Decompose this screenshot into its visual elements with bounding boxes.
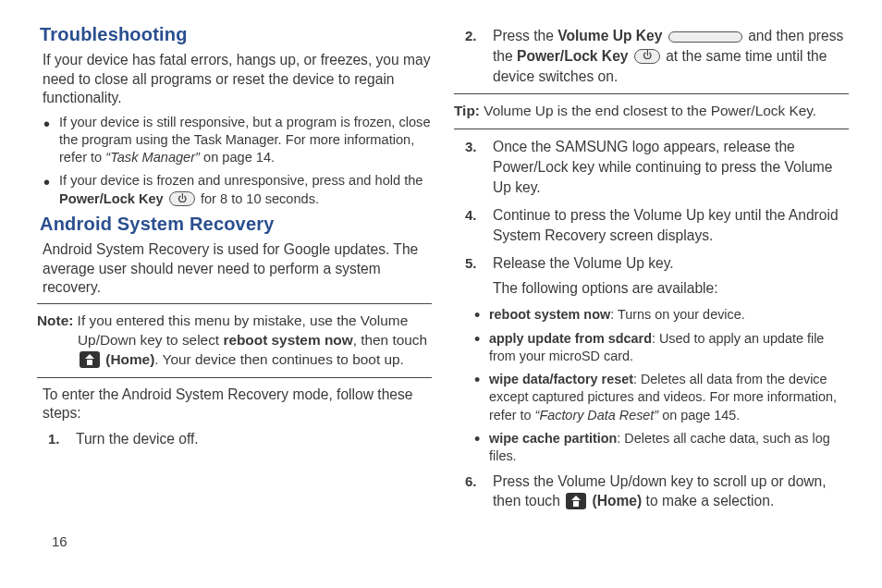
list-item: If your device is frozen and unresponsiv…: [43, 172, 432, 208]
text: Volume Up is the end closest to the Powe…: [480, 103, 816, 118]
step-item: 2. Press the Volume Up Key and then pres…: [459, 26, 849, 86]
option-wipe-data-label: wipe data/factory reset: [489, 372, 633, 386]
note-block: Note: If you entered this menu by mistak…: [37, 303, 432, 378]
option-reboot-label: reboot system now: [489, 307, 610, 322]
step-item: 5. Release the Volume Up key. The follow…: [459, 253, 849, 300]
list-item: apply update from sdcard: Used to apply …: [474, 330, 849, 366]
text: Press the: [493, 28, 557, 43]
power-lock-key-label: Power/Lock Key: [517, 48, 628, 64]
steps-list-right-b: 3. Once the SAMSUNG logo appears, releas…: [459, 137, 849, 299]
text: Release the Volume Up key.: [493, 255, 674, 271]
manual-page: Troubleshooting If your device has fatal…: [0, 0, 882, 555]
list-item: wipe cache partition: Deletes all cache …: [474, 430, 849, 466]
list-item: wipe data/factory reset: Deletes all dat…: [474, 371, 849, 424]
step-item: 4. Continue to press the Volume Up key u…: [459, 205, 849, 246]
step-number: 2.: [465, 26, 477, 45]
steps-list-right-c: 6. Press the Volume Up/down key to scrol…: [459, 472, 849, 512]
option-apply-update-label: apply update from sdcard: [489, 331, 652, 346]
left-column: Troubleshooting If your device has fatal…: [37, 24, 432, 545]
text: for 8 to 10 seconds.: [201, 191, 319, 206]
step-number: 1.: [48, 429, 60, 448]
tip-block: Tip: Volume Up is the end closest to the…: [454, 93, 849, 129]
text: If your device is frozen and unresponsiv…: [59, 173, 423, 188]
option-wipe-cache-label: wipe cache partition: [489, 431, 617, 446]
factory-reset-ref: “Factory Data Reset”: [535, 408, 659, 423]
task-manager-ref: “Task Manager”: [105, 150, 200, 165]
tip-label: Tip:: [454, 103, 480, 118]
steps-list-right-a: 2. Press the Volume Up Key and then pres…: [459, 26, 849, 86]
power-lock-key-label: Power/Lock Key: [59, 191, 164, 206]
power-key-icon: [169, 191, 195, 206]
page-number: 16: [52, 533, 67, 549]
home-label: (Home): [105, 351, 154, 367]
home-label: (Home): [593, 493, 643, 508]
step-item: 6. Press the Volume Up/down key to scrol…: [459, 472, 849, 512]
power-key-icon: [634, 49, 660, 64]
list-item: reboot system now: Turns on your device.: [474, 306, 849, 324]
step-number: 6.: [465, 472, 477, 491]
heading-troubleshooting: Troubleshooting: [40, 24, 432, 45]
recovery-intro: Android System Recovery is used for Goog…: [43, 240, 432, 298]
text: on page 14.: [200, 150, 275, 165]
text: , then touch: [353, 332, 427, 348]
recovery-enter-steps-intro: To enter the Android System Recovery mod…: [43, 386, 432, 423]
step-number: 5.: [465, 253, 477, 273]
recovery-options-list: reboot system now: Turns on your device.…: [474, 306, 849, 465]
right-column: 2. Press the Volume Up Key and then pres…: [454, 24, 849, 545]
text: Turn the device off.: [76, 431, 199, 447]
step-number: 3.: [465, 137, 477, 156]
heading-recovery: Android System Recovery: [40, 214, 432, 235]
step-number: 4.: [465, 205, 477, 225]
troubleshooting-list: If your device is still responsive, but …: [43, 114, 432, 208]
reboot-system-now-label: reboot system now: [223, 332, 352, 348]
text: . Your device then continues to boot up.: [154, 351, 404, 367]
steps-list-left: 1. Turn the device off.: [43, 429, 432, 449]
volume-up-key-label: Volume Up Key: [557, 28, 662, 43]
troubleshooting-intro: If your device has fatal errors, hangs u…: [43, 51, 432, 108]
text: : Turns on your device.: [610, 307, 745, 322]
text: Once the SAMSUNG logo appears, release t…: [493, 139, 833, 195]
volume-up-key-icon: [668, 31, 742, 43]
home-icon: [566, 493, 586, 509]
step-item: 1. Turn the device off.: [43, 429, 432, 449]
text: The following options are available:: [493, 278, 849, 299]
step-item: 3. Once the SAMSUNG logo appears, releas…: [459, 137, 849, 197]
list-item: If your device is still responsive, but …: [43, 114, 432, 167]
text: Continue to press the Volume Up key unti…: [493, 207, 839, 243]
home-icon: [80, 351, 100, 368]
text: to make a selection.: [642, 493, 774, 508]
note-label: Note:: [37, 312, 73, 328]
text: on page 145.: [658, 408, 740, 423]
